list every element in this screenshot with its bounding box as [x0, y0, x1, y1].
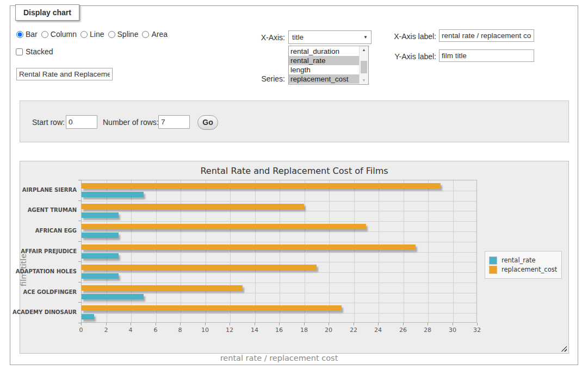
gridline	[82, 231, 476, 232]
x-axis-label-label: X-Axis label:	[393, 32, 436, 41]
series-option-replacement_cost[interactable]: replacement_cost	[289, 74, 359, 84]
gridline	[82, 313, 476, 313]
x-axis-select-label: X-Axis:	[252, 33, 285, 42]
series-option-rental_rate[interactable]: rental_rate	[289, 56, 359, 65]
x-tick-label: 18	[294, 327, 314, 334]
gridline	[404, 180, 404, 322]
chart-title-input[interactable]	[16, 68, 113, 80]
gridline	[107, 180, 107, 322]
x-tick-label: 20	[319, 327, 338, 334]
series-multiselect[interactable]: rental_durationrental_ratelengthreplacem…	[288, 46, 369, 85]
gridline	[82, 293, 476, 293]
row-range-box: Start row: Number of rows: Go	[20, 101, 569, 142]
x-tick-label: 6	[146, 327, 165, 334]
plot-area	[81, 180, 477, 323]
series-option-length[interactable]: length	[289, 65, 359, 74]
category-label: AGENT TRUMAN	[11, 207, 77, 213]
x-tick-label: 30	[443, 327, 462, 334]
series-select-label: Series:	[252, 74, 285, 83]
chart-type-radio-column[interactable]	[41, 31, 48, 38]
x-axis-selected-value: title	[292, 33, 363, 41]
bar-replacement_cost	[82, 183, 441, 189]
scrollbar-thumb[interactable]	[361, 61, 367, 73]
bar-replacement_cost	[82, 285, 243, 291]
x-tick-label: 12	[220, 327, 239, 334]
x-tick	[453, 323, 453, 325]
gridline	[230, 180, 231, 322]
x-tick	[354, 323, 354, 325]
x-tick	[106, 323, 107, 325]
x-tick-label: 14	[245, 327, 264, 334]
chart-type-option-area[interactable]: Area	[142, 30, 168, 39]
category-label: AIRPLANE SIERRA	[11, 187, 77, 193]
chart-type-radio-spline[interactable]	[108, 31, 115, 38]
y-axis-label-input[interactable]	[439, 49, 534, 62]
bar-replacement_cost	[82, 305, 342, 311]
resize-handle-icon[interactable]	[561, 346, 567, 352]
y-axis-label-label: Y-Axis label:	[393, 52, 436, 61]
x-tick	[428, 323, 428, 325]
x-tick-label: 8	[170, 327, 190, 334]
series-option-rental_duration[interactable]: rental_duration	[289, 47, 359, 56]
x-tick-label: 28	[418, 327, 437, 334]
series-scrollbar[interactable]: ▲ ▼	[359, 46, 368, 84]
gridline	[305, 180, 305, 322]
num-rows-input[interactable]	[158, 115, 190, 129]
bar-rental_rate	[82, 233, 119, 238]
bar-rental_rate	[82, 294, 144, 299]
x-tick	[477, 323, 478, 325]
gridline	[82, 201, 476, 202]
bar-rental_rate	[82, 273, 119, 279]
x-tick	[403, 323, 404, 325]
x-tick	[180, 323, 181, 325]
chart-type-radio-bar[interactable]	[16, 31, 23, 38]
gridline	[181, 180, 181, 322]
x-tick-label: 24	[368, 327, 388, 334]
gridline	[280, 180, 280, 322]
scroll-down-icon[interactable]: ▼	[360, 77, 368, 84]
chart-type-radio-area[interactable]	[142, 31, 149, 38]
go-button[interactable]: Go	[197, 115, 218, 130]
chevron-down-icon: ▼	[363, 35, 368, 40]
gridline	[206, 180, 206, 322]
bar-rental_rate	[82, 253, 119, 259]
x-tick	[156, 323, 156, 325]
bar-replacement_cost	[82, 204, 304, 209]
app: Display chart BarColumnLineSplineArea St…	[0, 0, 588, 370]
gridline	[354, 180, 355, 322]
chart-type-option-column[interactable]: Column	[41, 30, 77, 39]
x-tick-label: 16	[269, 327, 289, 334]
chart-type-option-line[interactable]: Line	[81, 30, 104, 39]
gridline	[82, 283, 476, 283]
gridline	[379, 180, 379, 322]
gridline	[82, 262, 476, 262]
chart-type-option-spline[interactable]: Spline	[108, 30, 139, 39]
gridline	[82, 191, 476, 191]
gridline	[82, 272, 476, 273]
scroll-up-icon[interactable]: ▲	[360, 46, 368, 54]
bar-rental_rate	[82, 212, 119, 218]
x-axis-select[interactable]: title ▼	[288, 30, 372, 44]
y-tick	[78, 323, 81, 323]
start-row-input[interactable]	[66, 115, 97, 129]
legend-swatch	[490, 257, 497, 264]
num-rows-label: Number of rows:	[103, 118, 159, 127]
x-axis-label-input[interactable]	[439, 29, 534, 42]
gridline	[156, 180, 157, 322]
chart-container: Rental Rate and Replacement Cost of Film…	[20, 161, 569, 354]
chart-type-option-bar[interactable]: Bar	[16, 30, 38, 39]
gridline	[82, 221, 476, 222]
start-row-label: Start row:	[32, 118, 65, 127]
chart-title: Rental Rate and Replacement Cost of Film…	[20, 166, 568, 176]
x-tick-label: 32	[467, 327, 487, 334]
bar-replacement_cost	[82, 265, 317, 270]
stacked-checkbox[interactable]	[16, 48, 23, 55]
bar-replacement_cost	[82, 224, 366, 229]
x-tick-label: 10	[195, 327, 215, 334]
legend-swatch	[490, 266, 497, 273]
x-tick	[230, 323, 230, 325]
legend-label: replacement_cost	[497, 266, 557, 273]
gridline	[82, 242, 476, 242]
x-tick-label: 4	[121, 327, 140, 334]
chart-type-radio-line[interactable]	[81, 31, 88, 38]
